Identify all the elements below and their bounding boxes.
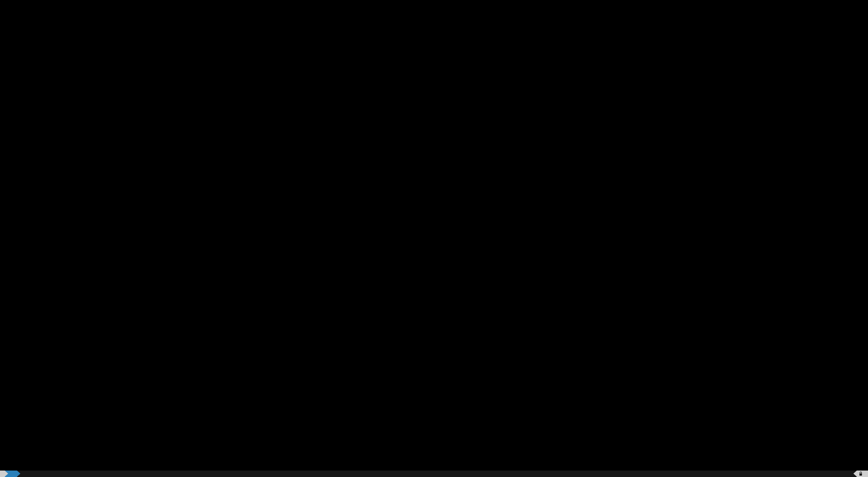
session-badge[interactable] <box>0 471 5 477</box>
load-average <box>830 471 834 477</box>
powerline-arrow-icon <box>853 471 857 477</box>
status-bar <box>0 471 868 477</box>
window-item-gdb[interactable] <box>8 471 17 477</box>
chevron-left-icon <box>825 471 830 477</box>
chevron-left-icon <box>834 471 840 477</box>
chevron-left-icon <box>844 471 849 477</box>
powerline-arrow-icon <box>17 471 20 477</box>
clock-text <box>849 471 853 477</box>
lock-icon <box>859 472 862 476</box>
date-text <box>840 471 844 477</box>
powerline-arrow-icon <box>5 471 8 477</box>
hostname-badge <box>857 471 868 477</box>
